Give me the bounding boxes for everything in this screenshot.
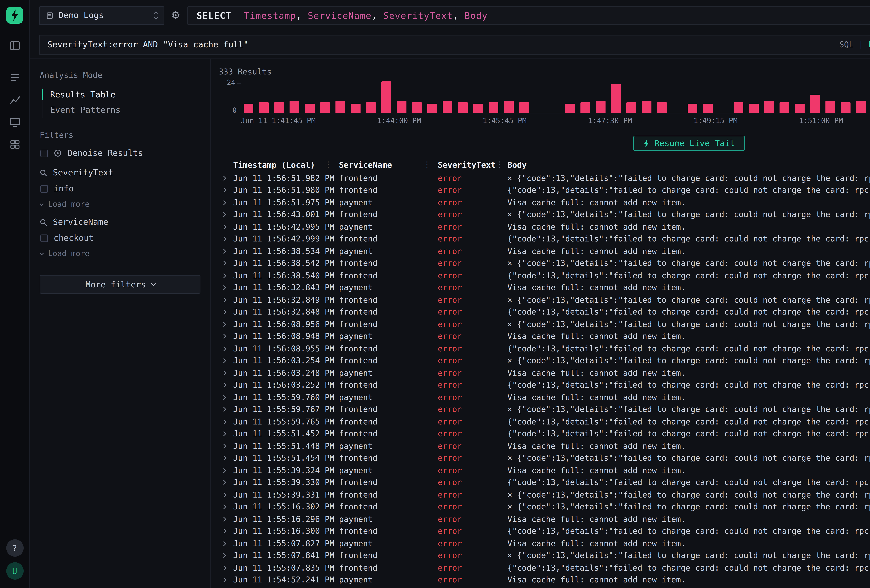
histogram-bar[interactable] (501, 82, 517, 113)
histogram-bar[interactable] (302, 82, 317, 113)
histogram-bar[interactable] (562, 82, 578, 113)
histogram-bar[interactable] (639, 82, 654, 113)
histogram-bar[interactable] (731, 82, 746, 113)
histogram-bar[interactable] (670, 82, 685, 113)
sidebar-panels-icon[interactable] (8, 39, 21, 52)
table-row[interactable]: Jun 11 1:55:59.767 PM frontend error × {… (219, 403, 870, 415)
row-expand-icon[interactable] (219, 335, 233, 338)
histogram-bar[interactable] (409, 82, 425, 113)
histogram-bar[interactable] (777, 82, 792, 113)
query-field[interactable]: SeverityText (383, 10, 453, 21)
help-button[interactable]: ? (6, 539, 23, 557)
table-row[interactable]: Jun 11 1:55:51.454 PM frontend error × {… (219, 452, 870, 464)
histogram-bar[interactable] (547, 82, 562, 113)
row-expand-icon[interactable] (219, 310, 233, 314)
histogram-bar[interactable] (471, 82, 486, 113)
mode-lucene-label[interactable]: Lucene (868, 40, 870, 49)
table-row[interactable]: Jun 11 1:56:03.254 PM frontend error × {… (219, 354, 870, 367)
row-expand-icon[interactable] (219, 505, 233, 508)
table-row[interactable]: Jun 11 1:55:59.760 PM payment error Visa… (219, 391, 870, 403)
histogram-bar[interactable] (593, 82, 608, 113)
table-row[interactable]: Jun 11 1:55:39.324 PM payment error Visa… (219, 464, 870, 476)
histogram-bar[interactable] (807, 82, 823, 113)
row-expand-icon[interactable] (219, 176, 233, 180)
row-expand-icon[interactable] (219, 201, 233, 204)
histogram-bar[interactable] (455, 82, 471, 113)
histogram-bar[interactable] (624, 82, 639, 113)
analysis-mode-event-patterns[interactable]: Event Patterns (42, 102, 200, 118)
table-row[interactable]: Jun 11 1:56:38.542 PM frontend error × {… (219, 257, 870, 269)
app-logo[interactable] (6, 7, 23, 24)
column-header-servicename[interactable]: ServiceName ⋮ (339, 160, 438, 170)
table-row[interactable]: Jun 11 1:56:42.995 PM payment error Visa… (219, 220, 870, 233)
row-expand-icon[interactable] (219, 250, 233, 253)
load-more-severitytext[interactable]: Load more (40, 200, 200, 209)
histogram-bar[interactable] (363, 82, 378, 113)
row-expand-icon[interactable] (219, 371, 233, 374)
table-row[interactable]: Jun 11 1:55:07.835 PM frontend error {"c… (219, 561, 870, 574)
table-row[interactable]: Jun 11 1:55:51.448 PM payment error Visa… (219, 440, 870, 452)
histogram-bar[interactable] (654, 82, 670, 113)
row-expand-icon[interactable] (219, 359, 233, 362)
table-row[interactable]: Jun 11 1:55:07.827 PM payment error Visa… (219, 537, 870, 549)
settings-gear-icon[interactable]: ⚙ (171, 9, 180, 22)
table-row[interactable]: Jun 11 1:56:08.948 PM payment error Visa… (219, 330, 870, 342)
column-header-body[interactable]: Body ⋮ (507, 160, 870, 170)
histogram-bar[interactable] (440, 82, 455, 113)
row-expand-icon[interactable] (219, 213, 233, 216)
column-header-timestamp[interactable]: Timestamp (Local) ⋮ (233, 160, 339, 170)
monitor-icon[interactable] (8, 116, 21, 128)
table-row[interactable]: Jun 11 1:55:16.302 PM frontend error × {… (219, 501, 870, 513)
filter-checkbox-info[interactable] (40, 185, 48, 192)
table-row[interactable]: Jun 11 1:56:08.956 PM frontend error × {… (219, 318, 870, 330)
histogram-bar[interactable] (241, 82, 256, 113)
mode-sql-label[interactable]: SQL (839, 40, 854, 49)
histogram-bar[interactable] (532, 82, 547, 113)
table-row[interactable]: Jun 11 1:56:08.955 PM frontend error {"c… (219, 342, 870, 354)
histogram-bar[interactable] (608, 82, 624, 113)
row-expand-icon[interactable] (219, 530, 233, 533)
table-row[interactable]: Jun 11 1:56:38.534 PM payment error Visa… (219, 245, 870, 257)
search-input[interactable]: SeverityText:error AND "Visa cache full"… (39, 34, 870, 55)
dashboards-grid-icon[interactable] (8, 138, 21, 150)
analysis-mode-results-table[interactable]: Results Table (42, 87, 200, 102)
row-expand-icon[interactable] (219, 444, 233, 447)
row-expand-icon[interactable] (219, 298, 233, 301)
select-query-editor[interactable]: SELECT Timestamp,ServiceName,SeverityTex… (188, 6, 870, 25)
histogram-bar[interactable] (333, 82, 348, 113)
histogram-bar[interactable] (486, 82, 501, 113)
column-header-severitytext[interactable]: SeverityText ⋮ (438, 160, 507, 170)
load-more-servicename[interactable]: Load more (40, 249, 200, 258)
table-row[interactable]: Jun 11 1:54:52.241 PM payment error Visa… (219, 574, 870, 586)
table-row[interactable]: Jun 11 1:55:51.452 PM frontend error {"c… (219, 427, 870, 440)
histogram-bar[interactable] (578, 82, 593, 113)
row-expand-icon[interactable] (219, 274, 233, 277)
row-expand-icon[interactable] (219, 262, 233, 265)
histogram-bar[interactable] (869, 82, 870, 113)
row-expand-icon[interactable] (219, 396, 233, 399)
histogram-bar[interactable] (700, 82, 715, 113)
row-expand-icon[interactable] (219, 481, 233, 484)
table-row[interactable]: Jun 11 1:55:16.300 PM frontend error {"c… (219, 525, 870, 537)
histogram-bar[interactable] (256, 82, 271, 113)
filter-checkbox-checkout[interactable] (40, 234, 48, 242)
row-expand-icon[interactable] (219, 578, 233, 581)
table-row[interactable]: Jun 11 1:55:07.841 PM frontend error × {… (219, 549, 870, 561)
histogram-bar[interactable] (425, 82, 440, 113)
table-row[interactable]: Jun 11 1:56:42.999 PM frontend error {"c… (219, 233, 870, 245)
column-menu-icon[interactable]: ⋮ (423, 160, 431, 169)
row-expand-icon[interactable] (219, 383, 233, 387)
table-row[interactable]: Jun 11 1:55:39.330 PM frontend error {"c… (219, 476, 870, 488)
row-expand-icon[interactable] (219, 225, 233, 228)
column-menu-icon[interactable]: ⋮ (324, 160, 332, 169)
row-expand-icon[interactable] (219, 517, 233, 521)
query-field[interactable]: Body (465, 10, 488, 21)
table-row[interactable]: Jun 11 1:56:51.980 PM frontend error {"c… (219, 184, 870, 196)
denoise-results-toggle[interactable]: Denoise Results (40, 148, 200, 158)
denoise-checkbox[interactable] (40, 149, 48, 157)
metrics-chart-icon[interactable] (8, 93, 21, 106)
table-row[interactable]: Jun 11 1:56:38.540 PM frontend error {"c… (219, 269, 870, 281)
table-row[interactable]: Jun 11 1:56:43.001 PM frontend error × {… (219, 208, 870, 220)
histogram-bar[interactable] (746, 82, 761, 113)
row-expand-icon[interactable] (219, 493, 233, 496)
